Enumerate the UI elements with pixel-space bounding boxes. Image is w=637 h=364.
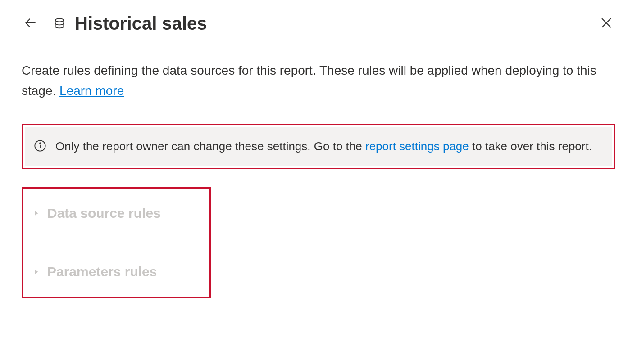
header-left: Historical sales (22, 13, 207, 34)
rule-data-source[interactable]: Data source rules (32, 198, 200, 229)
caret-right-icon (32, 268, 40, 276)
info-text-after: to take over this report. (472, 139, 592, 153)
info-banner: Only the report owner can change these s… (22, 124, 615, 169)
close-icon (600, 16, 613, 31)
page-header: Historical sales (22, 13, 615, 34)
svg-point-1 (55, 18, 64, 22)
svg-marker-7 (35, 211, 38, 216)
info-text-before: Only the report owner can change these s… (55, 139, 365, 153)
description-text: Create rules defining the data sources f… (22, 61, 615, 101)
svg-marker-8 (35, 269, 38, 274)
page-title: Historical sales (75, 13, 207, 34)
rule-label: Data source rules (47, 206, 161, 221)
rule-parameters[interactable]: Parameters rules (32, 256, 200, 288)
info-banner-inner: Only the report owner can change these s… (25, 127, 612, 166)
svg-point-6 (40, 143, 41, 144)
learn-more-link[interactable]: Learn more (59, 84, 124, 98)
info-banner-text: Only the report owner can change these s… (55, 138, 592, 155)
rules-group: Data source rules Parameters rules (22, 187, 211, 298)
title-group: Historical sales (53, 13, 207, 34)
database-icon (53, 17, 66, 31)
report-settings-link[interactable]: report settings page (365, 139, 469, 153)
arrow-left-icon (23, 16, 38, 31)
back-button[interactable] (22, 15, 40, 33)
caret-right-icon (32, 209, 40, 217)
close-button[interactable] (597, 15, 615, 33)
rule-label: Parameters rules (47, 264, 157, 279)
info-icon (34, 139, 46, 154)
